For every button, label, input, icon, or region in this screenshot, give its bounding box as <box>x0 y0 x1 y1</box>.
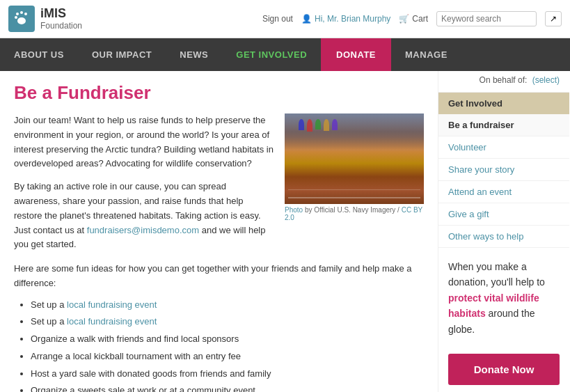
list-item: Host a yard sale with donated goods from… <box>31 366 424 383</box>
donate-now-button[interactable]: Donate Now <box>448 354 560 385</box>
image-caption: Photo by Official U.S. Navy Imagery / CC… <box>285 206 424 221</box>
list-item: Set up a local fundraising event <box>31 313 424 331</box>
list-item: Arrange a local kickball tournament with… <box>31 348 424 366</box>
sidebar-item-give-gift[interactable]: Give a gift <box>438 203 569 226</box>
cart-label: Cart <box>412 14 428 24</box>
on-behalf: On behalf of: (select) <box>438 71 569 93</box>
on-behalf-select-link[interactable]: (select) <box>532 75 560 85</box>
svg-point-2 <box>24 13 27 15</box>
nav-news[interactable]: NEWS <box>166 38 222 71</box>
nav-donate[interactable]: DONATE <box>321 38 391 71</box>
header: iMIS Foundation Sign out 👤 Hi, Mr. Brian… <box>0 0 570 38</box>
sidebar: On behalf of: (select) Get Involved Be a… <box>438 71 569 392</box>
paw-icon <box>13 10 30 27</box>
photo-link[interactable]: Photo <box>285 206 303 214</box>
logo-imis: iMIS <box>40 7 82 21</box>
intro-section: Join our team! Want to help us raise fun… <box>14 113 424 252</box>
logo-icon <box>8 6 35 32</box>
svg-point-1 <box>20 11 23 14</box>
intro-p2: By taking an active role in our cause, y… <box>14 180 274 252</box>
list-item: Organize a walk with friends and find lo… <box>31 331 424 348</box>
intro-p1: Join our team! Want to help us raise fun… <box>14 113 274 171</box>
external-link-button[interactable]: ↗ <box>545 11 562 26</box>
fundraising-event-link-1[interactable]: local fundraising event <box>67 299 157 310</box>
user-icon: 👤 <box>301 14 312 24</box>
main-content: Be a Fundraiser Join our team! Want to h… <box>0 71 438 392</box>
email-link[interactable]: fundraisers@imisdemo.com <box>87 225 199 235</box>
promo-text-1: When you make a donation, you'll help to <box>448 261 545 288</box>
intro-text: Join our team! Want to help us raise fun… <box>14 113 274 252</box>
photo-by: by Official U.S. Navy Imagery / <box>305 206 402 214</box>
on-behalf-label: On behalf of: <box>480 75 528 85</box>
sidebar-item-volunteer[interactable]: Volunteer <box>438 136 569 159</box>
sidebar-item-other-ways[interactable]: Other ways to help <box>438 226 569 248</box>
search-box <box>436 11 537 26</box>
logo-foundation: Foundation <box>40 21 82 31</box>
nav-manage[interactable]: MANAGE <box>391 38 461 71</box>
nav-get-involved[interactable]: GET INVOLVED <box>222 38 321 71</box>
search-input[interactable] <box>441 14 532 24</box>
nav-our-impact[interactable]: OUR IMPACT <box>78 38 166 71</box>
page-title: Be a Fundraiser <box>14 82 424 104</box>
sidebar-item-be-fundraiser: Be a fundraiser <box>438 114 569 136</box>
ideas-list: Set up a local fundraising event Set up … <box>14 297 424 392</box>
svg-point-3 <box>15 16 17 19</box>
svg-point-4 <box>17 17 26 24</box>
sidebar-item-attend-event[interactable]: Attend an event <box>438 181 569 203</box>
intro-image-area: Photo by Official U.S. Navy Imagery / CC… <box>285 113 424 252</box>
sidebar-section-title: Get Involved <box>438 93 569 114</box>
list-item: Set up a local fundraising event <box>31 297 424 314</box>
ideas-intro: Here are some fun ideas for how you can … <box>14 262 424 291</box>
logo-text: iMIS Foundation <box>40 7 82 31</box>
track-image <box>285 113 424 204</box>
sidebar-promo: When you make a donation, you'll help to… <box>438 248 569 348</box>
sidebar-item-share-story[interactable]: Share your story <box>438 159 569 181</box>
user-name: Hi, Mr. Brian Murphy <box>315 14 390 24</box>
cart-icon: 🛒 <box>399 14 409 24</box>
content-wrapper: Be a Fundraiser Join our team! Want to h… <box>0 71 570 392</box>
signout-link[interactable]: Sign out <box>262 14 293 24</box>
header-right: Sign out 👤 Hi, Mr. Brian Murphy 🛒 Cart ↗ <box>262 11 562 26</box>
logo-area: iMIS Foundation <box>8 6 109 32</box>
list-item: Organize a sweets sale at work or at a c… <box>31 382 424 392</box>
user-link[interactable]: 👤 Hi, Mr. Brian Murphy <box>301 14 390 24</box>
main-nav: ABOUT US OUR IMPACT NEWS GET INVOLVED DO… <box>0 38 570 71</box>
fundraising-event-link-2[interactable]: local fundraising event <box>67 316 157 327</box>
cart-link[interactable]: 🛒 Cart <box>399 14 428 24</box>
nav-about-us[interactable]: ABOUT US <box>0 38 78 71</box>
svg-point-0 <box>16 13 19 15</box>
